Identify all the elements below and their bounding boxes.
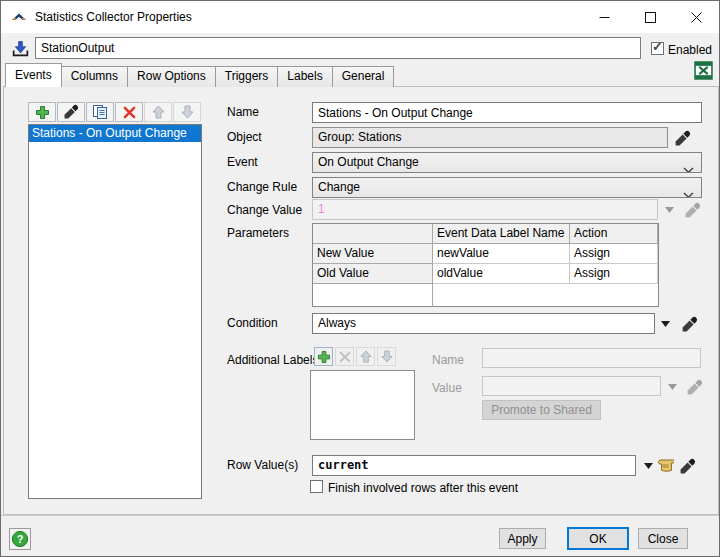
table-row: New Value newValue Assign xyxy=(313,244,658,264)
apply-button[interactable]: Apply xyxy=(499,528,546,549)
param-label-cell[interactable]: oldValue xyxy=(433,264,570,284)
additional-labels-list[interactable] xyxy=(310,370,415,440)
chevron-down-icon xyxy=(683,186,694,198)
close-icon xyxy=(691,12,702,23)
promote-to-shared-button[interactable]: Promote to Shared xyxy=(482,400,601,420)
label-value-label: Value xyxy=(432,381,462,395)
blue-down-arrow-icon xyxy=(11,40,30,59)
param-label-cell[interactable]: newValue xyxy=(433,244,570,264)
eyedropper-icon xyxy=(674,130,691,147)
param-action-cell[interactable]: Assign xyxy=(570,244,658,264)
down-arrow-icon xyxy=(381,350,393,363)
window-title: Statistics Collector Properties xyxy=(35,10,192,24)
object-label: Object xyxy=(227,130,262,144)
label-name-label: Name xyxy=(432,353,464,367)
row-values-dropdown-button[interactable] xyxy=(643,461,654,470)
dropdown-arrow-icon xyxy=(644,463,653,469)
tab-labels[interactable]: Labels xyxy=(277,66,332,87)
tab-triggers[interactable]: Triggers xyxy=(215,66,279,87)
tab-bar: Events Columns Row Options Triggers Labe… xyxy=(5,63,393,87)
delete-event-button[interactable] xyxy=(115,102,143,122)
name-label: Name xyxy=(227,105,259,119)
help-icon: ? xyxy=(11,530,29,548)
condition-dropdown-button[interactable] xyxy=(660,319,671,328)
param-row-header: Old Value xyxy=(313,264,433,284)
add-event-button[interactable] xyxy=(28,102,56,122)
change-value-field: 1 xyxy=(312,199,658,220)
parameters-table: Event Data Label Name Action New Value n… xyxy=(312,223,659,307)
table-row: Old Value oldValue Assign xyxy=(313,264,658,284)
event-dropdown-value: On Output Change xyxy=(318,155,419,169)
tab-general[interactable]: General xyxy=(332,66,395,87)
excel-icon xyxy=(694,61,713,80)
statistics-collector-properties-window: Statistics Collector Properties ✓ Enable… xyxy=(0,0,720,557)
events-list[interactable]: Stations - On Output Change xyxy=(28,124,202,499)
delete-x-icon-disabled xyxy=(339,351,351,363)
delete-x-icon xyxy=(123,106,136,119)
close-dialog-button[interactable]: Close xyxy=(638,528,688,549)
import-name-button[interactable] xyxy=(9,38,31,60)
additional-labels-label: Additional Labels xyxy=(227,353,318,367)
ok-button[interactable]: OK xyxy=(567,527,629,550)
change-value-label: Change Value xyxy=(227,203,302,217)
event-name-input[interactable] xyxy=(312,102,702,123)
row-values-sampler-button[interactable] xyxy=(677,456,697,476)
tab-events[interactable]: Events xyxy=(5,63,62,87)
parameters-header-row: Event Data Label Name Action xyxy=(313,224,658,244)
move-event-up-button[interactable] xyxy=(144,102,172,122)
up-arrow-icon xyxy=(360,350,372,363)
dropdown-arrow-icon-disabled xyxy=(664,206,674,214)
condition-field[interactable]: Always xyxy=(312,313,655,334)
svg-text:?: ? xyxy=(17,533,24,545)
row-values-field[interactable]: current xyxy=(312,455,636,476)
maximize-button[interactable] xyxy=(627,1,673,33)
parameters-col-action: Action xyxy=(570,224,658,244)
chevron-down-icon xyxy=(683,161,694,173)
close-button[interactable] xyxy=(673,1,719,33)
tab-columns[interactable]: Columns xyxy=(61,66,128,87)
eyedropper-icon xyxy=(681,316,698,333)
parameters-corner-cell xyxy=(313,224,433,244)
events-toolbar xyxy=(28,102,201,122)
titlebar: Statistics Collector Properties xyxy=(1,1,719,33)
event-label: Event xyxy=(227,155,258,169)
finish-rows-label: Finish involved rows after this event xyxy=(328,481,518,495)
flexscript-toggle-button[interactable] xyxy=(656,456,675,475)
collector-name-input[interactable] xyxy=(35,37,641,59)
eyedropper-icon xyxy=(686,379,703,396)
plus-icon xyxy=(35,105,50,120)
move-label-up-button[interactable] xyxy=(356,347,375,366)
events-tab-page: Stations - On Output Change Name Object … xyxy=(3,86,719,515)
parameters-label: Parameters xyxy=(227,226,289,240)
events-list-item[interactable]: Stations - On Output Change xyxy=(29,125,201,142)
move-event-down-button[interactable] xyxy=(173,102,201,122)
finish-rows-checkbox[interactable]: ✓ xyxy=(310,480,323,493)
label-value-field xyxy=(482,376,661,396)
add-label-button[interactable] xyxy=(314,347,333,366)
tab-row-options[interactable]: Row Options xyxy=(127,66,216,87)
param-action-cell[interactable]: Assign xyxy=(570,264,658,284)
footer-divider xyxy=(1,515,719,516)
enabled-checkbox[interactable]: ✓ xyxy=(651,42,664,55)
export-excel-button[interactable] xyxy=(692,59,714,81)
change-value-sampler-disabled xyxy=(682,200,702,220)
minimize-icon xyxy=(599,12,610,23)
condition-sampler-button[interactable] xyxy=(679,314,699,334)
object-sampler-button[interactable] xyxy=(672,128,692,148)
change-rule-dropdown[interactable]: Change xyxy=(312,177,702,198)
move-label-down-button[interactable] xyxy=(377,347,396,366)
copy-event-button[interactable] xyxy=(86,102,114,122)
copy-icon xyxy=(92,104,108,120)
change-rule-label: Change Rule xyxy=(227,180,297,194)
event-dropdown[interactable]: On Output Change xyxy=(312,152,702,173)
minimize-button[interactable] xyxy=(581,1,627,33)
sample-event-button[interactable] xyxy=(57,102,85,122)
help-button[interactable]: ? xyxy=(9,528,31,550)
plus-icon xyxy=(317,350,331,364)
dropdown-arrow-icon-disabled xyxy=(667,383,677,391)
delete-label-button[interactable] xyxy=(335,347,354,366)
additional-labels-toolbar xyxy=(314,347,396,366)
label-name-field xyxy=(482,348,701,368)
object-field: Group: Stations xyxy=(312,127,668,148)
script-scroll-icon xyxy=(657,457,674,474)
